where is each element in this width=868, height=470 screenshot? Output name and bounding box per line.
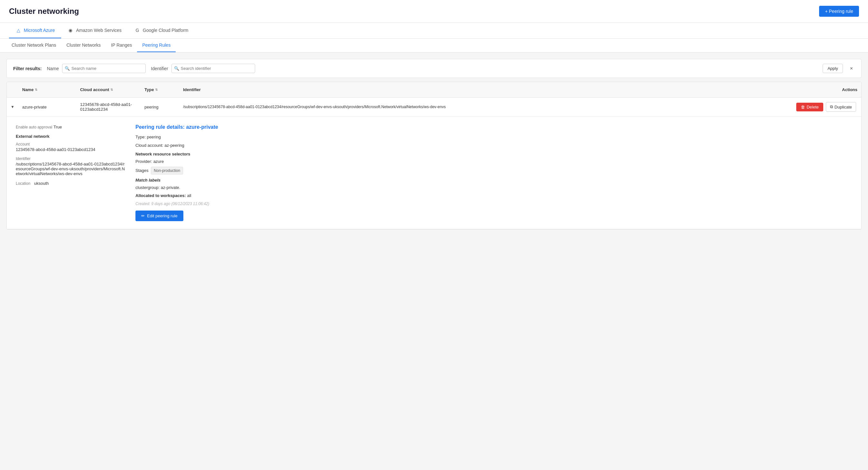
- search-identifier-input[interactable]: [172, 64, 255, 73]
- apply-filter-button[interactable]: Apply: [823, 64, 843, 73]
- sort-type-icon: ⇅: [155, 88, 158, 91]
- table-header: Name ⇅ Cloud account ⇅ Type ⇅ Identifier…: [7, 82, 861, 97]
- detail-allocated-value: all: [187, 193, 191, 198]
- sort-cloud-account-icon: ⇅: [110, 88, 113, 91]
- add-peering-rule-button[interactable]: + Peering rule: [819, 6, 859, 17]
- detail-account-label: Account: [16, 142, 125, 146]
- th-actions: Actions: [803, 85, 861, 94]
- filter-name-label: Name: [47, 66, 59, 71]
- detail-external-network-section: External network: [16, 134, 125, 139]
- td-expand[interactable]: ▼: [7, 103, 18, 111]
- peering-rules-table: Name ⇅ Cloud account ⇅ Type ⇅ Identifier…: [6, 82, 862, 230]
- filter-results-label: Filter results:: [13, 66, 42, 71]
- duplicate-icon: ⧉: [830, 104, 833, 110]
- detail-network-resource-section: Network resource selectors: [135, 152, 852, 156]
- detail-stages-line: Stages Non-production: [135, 167, 852, 174]
- detail-title: Peering rule details: azure-private: [135, 124, 852, 130]
- gcp-icon: G: [134, 27, 140, 33]
- duplicate-label: Duplicate: [835, 105, 852, 110]
- sub-tabs: Cluster Network Plans Cluster Networks I…: [0, 39, 868, 53]
- th-type[interactable]: Type ⇅: [141, 85, 179, 94]
- tab-cluster-network-plans[interactable]: Cluster Network Plans: [6, 39, 61, 52]
- detail-created-meta: Created: 9 days ago (06/12/2023 11:06:42…: [135, 202, 852, 206]
- td-type: peering: [141, 103, 179, 111]
- cloud-tab-azure[interactable]: △ Microsoft Azure: [9, 23, 61, 38]
- th-expand: [7, 85, 18, 94]
- td-name: azure-private: [18, 103, 76, 111]
- detail-auto-approval-field: Enable auto approval True: [16, 124, 125, 129]
- detail-cloud-account-line: Cloud account: az-peering: [135, 142, 852, 149]
- tab-ip-ranges[interactable]: IP Ranges: [106, 39, 137, 52]
- detail-match-labels-section: Match labels: [135, 178, 852, 182]
- th-cloud-account[interactable]: Cloud account ⇅: [76, 85, 141, 94]
- page-header: Cluster networking + Peering rule: [0, 0, 868, 23]
- delete-label: Delete: [807, 105, 819, 110]
- detail-type-line: Type: peering: [135, 134, 852, 140]
- td-identifier: /subscriptions/12345678-abcd-458d-aa01-0…: [179, 103, 803, 111]
- th-name-label: Name: [22, 87, 33, 92]
- th-identifier: Identifier: [179, 85, 803, 94]
- detail-right-panel: Peering rule details: azure-private Type…: [135, 124, 852, 221]
- detail-account-value: 12345678-abcd-458d-aa01-0123abcd1234: [16, 147, 125, 152]
- detail-auto-approval-label: Enable auto approval: [16, 125, 52, 129]
- table-row: ▼ azure-private 12345678-abcd-458d-aa01-…: [7, 97, 861, 229]
- detail-title-prefix: Peering rule details:: [135, 124, 186, 130]
- detail-allocated-line: Allocated to workspaces: all: [135, 193, 852, 199]
- table-row-content: ▼ azure-private 12345678-abcd-458d-aa01-…: [7, 97, 861, 116]
- cloud-tab-gcp-label: Google Cloud Platform: [143, 28, 189, 33]
- detail-left-panel: Enable auto approval True External netwo…: [16, 124, 125, 221]
- tab-peering-rules[interactable]: Peering Rules: [137, 39, 176, 52]
- th-cloud-account-label: Cloud account: [80, 87, 109, 92]
- detail-location-label: Location: [16, 181, 30, 186]
- detail-title-name: azure-private: [186, 124, 218, 130]
- edit-peering-rule-button[interactable]: ✏ Edit peering rule: [135, 210, 183, 221]
- delete-icon: 🗑: [801, 105, 805, 110]
- expand-arrow-icon[interactable]: ▼: [11, 105, 14, 109]
- detail-identifier-field: Identifier /subscriptions/12345678-abcd-…: [16, 156, 125, 176]
- detail-identifier-label: Identifier: [16, 156, 125, 161]
- filter-identifier-label: Identifier: [151, 66, 168, 71]
- td-actions: 🗑 Delete ⧉ Duplicate: [803, 100, 861, 114]
- filter-bar: Filter results: Name 🔍 Identifier 🔍 Appl…: [6, 59, 862, 78]
- edit-label: Edit peering rule: [147, 213, 178, 218]
- sort-name-icon: ⇅: [35, 88, 37, 91]
- filter-name-field: Name 🔍: [47, 64, 146, 73]
- detail-provider-line: Provider: azure: [135, 158, 852, 165]
- th-actions-label: Actions: [842, 87, 857, 92]
- edit-icon: ✏: [141, 213, 145, 218]
- cloud-tab-gcp[interactable]: G Google Cloud Platform: [128, 23, 195, 38]
- detail-stages-label: Stages: [135, 168, 148, 173]
- search-name-input[interactable]: [62, 64, 146, 73]
- search-name-icon: 🔍: [65, 66, 70, 71]
- detail-allocated-label: Allocated to workspaces:: [135, 193, 186, 198]
- detail-location-field: Location uksouth: [16, 181, 125, 186]
- filter-name-input-wrap: 🔍: [62, 64, 146, 73]
- filter-identifier-input-wrap: 🔍: [172, 64, 255, 73]
- th-identifier-label: Identifier: [183, 87, 201, 92]
- th-name[interactable]: Name ⇅: [18, 85, 76, 94]
- clear-filter-button[interactable]: ×: [848, 65, 855, 72]
- delete-button[interactable]: 🗑 Delete: [796, 103, 823, 111]
- detail-location-value: uksouth: [34, 181, 49, 186]
- cloud-provider-tabs: △ Microsoft Azure ◉ Amazon Web Services …: [0, 23, 868, 39]
- detail-clustergroup-line: clustergroup: az-private.: [135, 184, 852, 191]
- td-cloud-account: 12345678-abcd-458d-aa01-0123abcd1234: [76, 100, 141, 114]
- filter-identifier-field: Identifier 🔍: [151, 64, 255, 73]
- detail-identifier-value: /subscriptions/12345678-abcd-458d-aa01-0…: [16, 161, 125, 176]
- content-area: Filter results: Name 🔍 Identifier 🔍 Appl…: [0, 53, 868, 236]
- detail-stages-badge: Non-production: [151, 167, 183, 174]
- th-type-label: Type: [145, 87, 154, 92]
- aws-icon: ◉: [68, 27, 73, 33]
- duplicate-button[interactable]: ⧉ Duplicate: [826, 102, 856, 112]
- cloud-tab-azure-label: Microsoft Azure: [24, 28, 55, 33]
- detail-account-field: Account 12345678-abcd-458d-aa01-0123abcd…: [16, 142, 125, 152]
- tab-cluster-networks[interactable]: Cluster Networks: [61, 39, 106, 52]
- detail-auto-approval-value: True: [53, 125, 62, 129]
- detail-panel: Enable auto approval True External netwo…: [7, 116, 861, 229]
- azure-icon: △: [16, 27, 21, 33]
- cloud-tab-aws[interactable]: ◉ Amazon Web Services: [61, 23, 128, 38]
- page-title: Cluster networking: [9, 7, 79, 16]
- cloud-tab-aws-label: Amazon Web Services: [76, 28, 121, 33]
- search-identifier-icon: 🔍: [174, 66, 179, 71]
